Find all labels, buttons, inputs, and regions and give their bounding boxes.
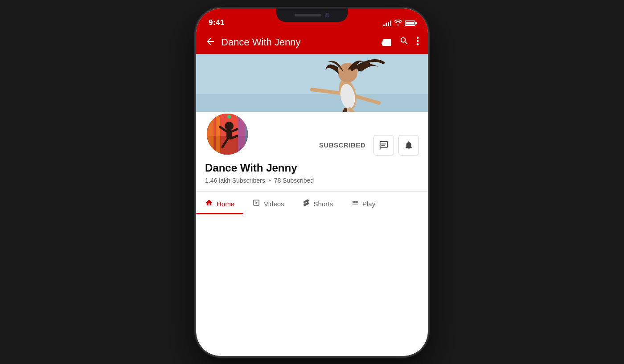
phone-frame: 9:41: [196, 8, 428, 356]
tab-videos-label: Videos: [264, 200, 284, 208]
back-button[interactable]: [205, 36, 216, 49]
status-icons: [383, 20, 415, 27]
svg-point-31: [245, 115, 249, 119]
more-options-icon[interactable]: [416, 36, 419, 49]
channel-tabs: Home Videos Shorts: [196, 191, 428, 214]
subscribed-count: 78 Subscribed: [274, 177, 314, 184]
svg-rect-20: [245, 114, 250, 156]
tab-home[interactable]: Home: [196, 192, 243, 214]
signal-icon: [383, 20, 391, 26]
subscribers-count: 1.46 lakh Subscribers: [205, 177, 265, 184]
cast-icon[interactable]: [382, 36, 392, 49]
status-time: 9:41: [209, 18, 225, 27]
chat-icon-button[interactable]: [374, 135, 394, 155]
svg-rect-19: [238, 114, 245, 156]
notification-icon-button[interactable]: [398, 135, 419, 155]
home-icon: [205, 199, 213, 209]
channel-name: Dance With Jenny: [205, 162, 419, 174]
speaker: [295, 14, 321, 16]
subscribe-actions: SUBSCRIBED: [316, 135, 419, 155]
channel-header-title: Dance With Jenny: [221, 37, 376, 48]
camera: [325, 13, 329, 17]
stats-separator: [269, 180, 271, 181]
svg-rect-32: [382, 143, 386, 144]
svg-point-0: [417, 37, 419, 39]
tab-shorts-label: Shorts: [314, 200, 333, 208]
svg-point-27: [209, 115, 213, 119]
channel-avatar[interactable]: [205, 112, 250, 156]
svg-rect-18: [216, 114, 220, 156]
header-actions: [382, 36, 419, 49]
svg-rect-33: [382, 145, 385, 146]
battery-icon: [405, 20, 415, 26]
tab-playlists[interactable]: Play: [342, 192, 384, 214]
svg-point-21: [225, 122, 234, 131]
channel-info: SUBSCRIBED: [196, 112, 428, 191]
tab-home-label: Home: [217, 200, 234, 208]
search-icon[interactable]: [399, 36, 409, 49]
svg-point-30: [237, 115, 239, 117]
wifi-icon: [394, 20, 402, 27]
svg-point-29: [227, 115, 231, 119]
svg-point-2: [417, 43, 419, 45]
app-header: Dance With Jenny: [196, 31, 428, 54]
subscribed-button[interactable]: SUBSCRIBED: [316, 139, 369, 151]
notch: [276, 8, 348, 22]
svg-point-28: [219, 115, 222, 117]
status-bar: 9:41: [196, 8, 428, 31]
tab-shorts[interactable]: Shorts: [293, 192, 342, 214]
svg-rect-17: [207, 114, 213, 156]
avatar-subscribe-row: SUBSCRIBED: [205, 112, 419, 156]
phone-screen: 9:41: [196, 8, 428, 356]
shorts-icon: [302, 199, 310, 209]
playlists-icon: [351, 199, 359, 209]
channel-stats: 1.46 lakh Subscribers 78 Subscribed: [205, 177, 419, 184]
videos-icon: [252, 199, 260, 209]
tab-playlists-label: Play: [362, 200, 375, 208]
svg-point-1: [417, 40, 419, 42]
tab-videos[interactable]: Videos: [243, 192, 293, 214]
